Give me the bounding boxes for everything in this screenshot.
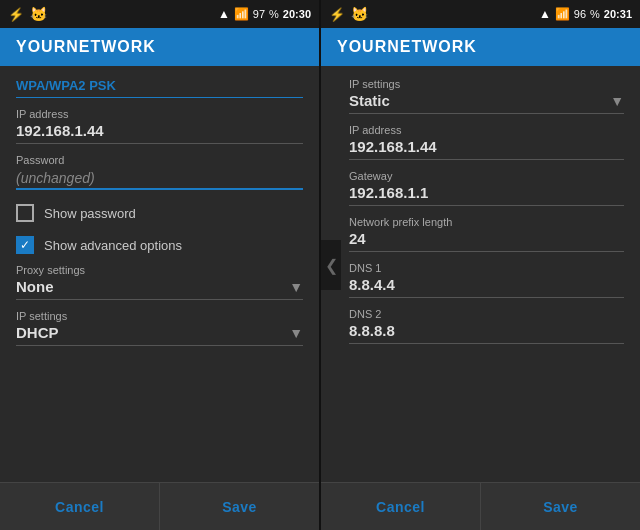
right-content: IP settings Static ▼ IP address 192.168.…	[321, 66, 640, 482]
proxy-dropdown[interactable]: None ▼	[16, 278, 303, 300]
cancel-button-left[interactable]: Cancel	[0, 483, 160, 530]
left-status-bar: ⚡ 🐱 ▲ 📶 97 % 20:30	[0, 0, 319, 28]
ip-settings-dropdown-right[interactable]: Static ▼	[349, 92, 624, 114]
left-phone: ⚡ 🐱 ▲ 📶 97 % 20:30 YOURNETWORK WPA/WPA2 …	[0, 0, 319, 530]
ip-settings-dropdown-left[interactable]: DHCP ▼	[16, 324, 303, 346]
ip-settings-arrow-icon-left: ▼	[289, 325, 303, 341]
left-title-bar: YOURNETWORK	[0, 28, 319, 66]
proxy-value: None	[16, 278, 54, 295]
prefix-label: Network prefix length	[349, 216, 624, 228]
ip-settings-value-left: DHCP	[16, 324, 59, 341]
right-status-bar: ⚡ 🐱 ▲ 📶 96 % 20:31	[321, 0, 640, 28]
show-advanced-checkbox[interactable]	[16, 236, 34, 254]
dns2-label: DNS 2	[349, 308, 624, 320]
wifi-icon: ▲	[218, 7, 230, 21]
ip-value-right: 192.168.1.44	[349, 138, 624, 160]
usb-icon-right: ⚡	[329, 7, 345, 22]
password-input[interactable]	[16, 168, 303, 190]
left-network-title: YOURNETWORK	[16, 38, 303, 56]
prefix-value: 24	[349, 230, 624, 252]
proxy-arrow-icon: ▼	[289, 279, 303, 295]
battery-level-right: 96	[574, 8, 586, 20]
signal-icon: 📶	[234, 7, 249, 21]
ip-settings-arrow-icon-right: ▼	[610, 93, 624, 109]
proxy-label: Proxy settings	[16, 264, 303, 276]
show-password-checkbox[interactable]	[16, 204, 34, 222]
security-type: WPA/WPA2 PSK	[16, 78, 303, 98]
right-title-bar: YOURNETWORK	[321, 28, 640, 66]
signal-icon-right: 📶	[555, 7, 570, 21]
show-password-label: Show password	[44, 206, 136, 221]
time-left: 20:30	[283, 8, 311, 20]
save-button-right[interactable]: Save	[481, 483, 640, 530]
time-right: 20:31	[604, 8, 632, 20]
usb-icon: ⚡	[8, 7, 24, 22]
gateway-value: 192.168.1.1	[349, 184, 624, 206]
ip-settings-label-left: IP settings	[16, 310, 303, 322]
cat-icon-right: 🐱	[351, 6, 368, 22]
ip-label-left: IP address	[16, 108, 303, 120]
right-bottom-bar: Cancel Save	[321, 482, 640, 530]
right-phone: ❮ ⚡ 🐱 ▲ 📶 96 % 20:31 YOURNETWORK IP sett…	[321, 0, 640, 530]
nav-back-arrow[interactable]: ❮	[321, 240, 341, 290]
dns1-label: DNS 1	[349, 262, 624, 274]
dns1-value: 8.8.4.4	[349, 276, 624, 298]
show-advanced-row: Show advanced options	[16, 236, 303, 254]
ip-label-right: IP address	[349, 124, 624, 136]
battery-pct-right: %	[590, 8, 600, 20]
gateway-label: Gateway	[349, 170, 624, 182]
left-bottom-bar: Cancel Save	[0, 482, 319, 530]
battery-icon-left: %	[269, 8, 279, 20]
password-label: Password	[16, 154, 303, 166]
ip-settings-value-right: Static	[349, 92, 390, 109]
show-password-row: Show password	[16, 204, 303, 222]
ip-settings-label-right: IP settings	[349, 78, 624, 90]
dns2-value: 8.8.8.8	[349, 322, 624, 344]
wifi-icon-right: ▲	[539, 7, 551, 21]
cat-icon: 🐱	[30, 6, 47, 22]
arrow-left-icon: ❮	[325, 256, 338, 275]
right-network-title: YOURNETWORK	[337, 38, 624, 56]
battery-level-left: 97	[253, 8, 265, 20]
ip-value-left: 192.168.1.44	[16, 122, 303, 144]
show-advanced-label: Show advanced options	[44, 238, 182, 253]
save-button-left[interactable]: Save	[160, 483, 319, 530]
left-content: WPA/WPA2 PSK IP address 192.168.1.44 Pas…	[0, 66, 319, 482]
cancel-button-right[interactable]: Cancel	[321, 483, 481, 530]
